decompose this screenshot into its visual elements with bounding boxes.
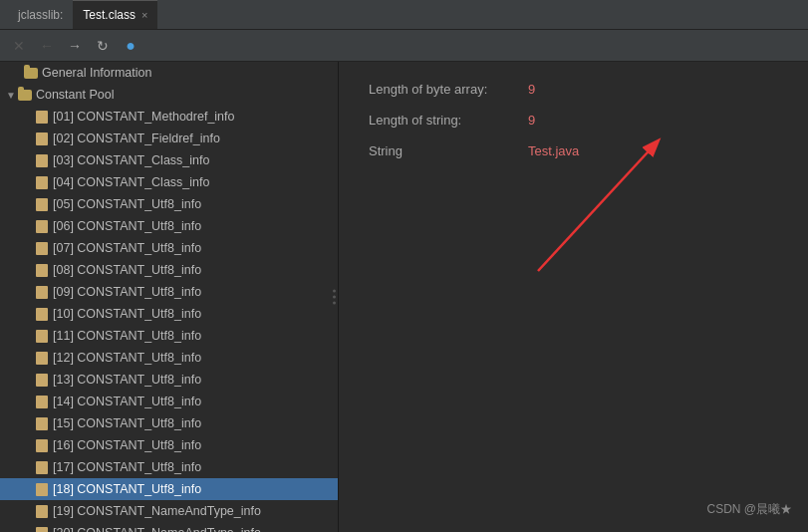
byte-array-label: Length of byte array: xyxy=(369,82,528,97)
tree-label-20: [20] CONSTANT_NameAndType_info xyxy=(53,526,261,532)
constant-pool-label: Constant Pool xyxy=(36,88,115,102)
string-length-row: Length of string: 9 xyxy=(369,113,778,128)
tree-label-11: [11] CONSTANT_Utf8_info xyxy=(53,329,201,343)
tree-label-09: [09] CONSTANT_Utf8_info xyxy=(53,285,201,299)
watermark: CSDN @晨曦★ xyxy=(706,501,792,518)
file-icon-04 xyxy=(36,176,48,189)
file-icon-05 xyxy=(36,198,48,211)
byte-array-value: 9 xyxy=(528,82,535,97)
file-icon-02 xyxy=(36,133,48,145)
main-layout: General Information ▼ Constant Pool [01]… xyxy=(0,62,808,532)
app-name: jclasslib: xyxy=(18,8,63,22)
forward-button[interactable]: → xyxy=(64,35,86,57)
tree-item-12[interactable]: [12] CONSTANT_Utf8_info xyxy=(0,347,338,369)
tree-label-01: [01] CONSTANT_Methodref_info xyxy=(53,110,234,124)
tree-label-03: [03] CONSTANT_Class_info xyxy=(53,153,209,167)
string-row: String Test.java xyxy=(369,143,778,158)
general-info-label: General Information xyxy=(42,66,151,80)
tree-label-10: [10] CONSTANT_Utf8_info xyxy=(53,307,201,321)
toolbar: ✕ ← → ↻ ● xyxy=(0,30,808,62)
back-button[interactable]: ← xyxy=(36,35,58,57)
tree-item-15[interactable]: [15] CONSTANT_Utf8_info xyxy=(0,412,338,434)
tree-item-20[interactable]: [20] CONSTANT_NameAndType_info xyxy=(0,522,338,532)
tree-label-18: [18] CONSTANT_Utf8_info xyxy=(53,482,201,496)
svg-line-1 xyxy=(538,141,658,271)
forward-icon: → xyxy=(68,38,82,54)
tree-item-13[interactable]: [13] CONSTANT_Utf8_info xyxy=(0,369,338,391)
close-button[interactable]: ✕ xyxy=(8,35,30,57)
tree-item-general-info[interactable]: General Information xyxy=(0,62,338,84)
tree-item-14[interactable]: [14] CONSTANT_Utf8_info xyxy=(0,391,338,412)
tree-item-11[interactable]: [11] CONSTANT_Utf8_info xyxy=(0,325,338,347)
file-icon-03 xyxy=(36,154,48,167)
file-icon-14 xyxy=(36,396,48,408)
tree-label-04: [04] CONSTANT_Class_info xyxy=(53,175,209,189)
tree-item-04[interactable]: [04] CONSTANT_Class_info xyxy=(0,171,338,193)
tree-label-02: [02] CONSTANT_Fieldref_info xyxy=(53,132,220,145)
open-icon: ● xyxy=(126,37,135,55)
file-icon-07 xyxy=(36,242,48,255)
file-icon-15 xyxy=(36,417,48,430)
file-icon-17 xyxy=(36,461,48,474)
file-icon-20 xyxy=(36,527,48,533)
refresh-icon: ↻ xyxy=(97,38,109,54)
tree-item-01[interactable]: [01] CONSTANT_Methodref_info xyxy=(0,106,338,128)
tree-label-13: [13] CONSTANT_Utf8_info xyxy=(53,373,201,387)
file-icon-10 xyxy=(36,308,48,321)
tree-item-10[interactable]: [10] CONSTANT_Utf8_info xyxy=(0,303,338,325)
tree-label-06: [06] CONSTANT_Utf8_info xyxy=(53,219,201,233)
tab-close-icon[interactable]: × xyxy=(141,9,147,21)
tree-item-constant-pool[interactable]: ▼ Constant Pool xyxy=(0,84,338,106)
folder-icon-constant-pool xyxy=(18,90,32,101)
tree-label-15: [15] CONSTANT_Utf8_info xyxy=(53,416,201,430)
tree-label-12: [12] CONSTANT_Utf8_info xyxy=(53,351,201,365)
file-icon-08 xyxy=(36,264,48,277)
tree-item-16[interactable]: [16] CONSTANT_Utf8_info xyxy=(0,434,338,456)
file-icon-18 xyxy=(36,483,48,496)
string-value: Test.java xyxy=(528,143,579,158)
tree-item-06[interactable]: [06] CONSTANT_Utf8_info xyxy=(0,215,338,237)
folder-icon-general xyxy=(24,68,38,79)
tree-panel: General Information ▼ Constant Pool [01]… xyxy=(0,62,339,532)
tree-item-02[interactable]: [02] CONSTANT_Fieldref_info xyxy=(0,128,338,149)
file-icon-12 xyxy=(36,352,48,365)
open-button[interactable]: ● xyxy=(120,35,141,57)
tree-item-08[interactable]: [08] CONSTANT_Utf8_info xyxy=(0,259,338,281)
file-icon-19 xyxy=(36,505,48,518)
tree-children: [01] CONSTANT_Methodref_info[02] CONSTAN… xyxy=(0,106,338,532)
tree-item-05[interactable]: [05] CONSTANT_Utf8_info xyxy=(0,193,338,215)
file-icon-11 xyxy=(36,330,48,343)
tree-item-17[interactable]: [17] CONSTANT_Utf8_info xyxy=(0,456,338,478)
tree-label-16: [16] CONSTANT_Utf8_info xyxy=(53,438,201,452)
tab-label: Test.class xyxy=(83,8,135,22)
string-label: String xyxy=(369,143,528,158)
file-icon-06 xyxy=(36,220,48,233)
resize-handle[interactable] xyxy=(330,286,339,309)
tree-label-07: [07] CONSTANT_Utf8_info xyxy=(53,241,201,255)
back-icon: ← xyxy=(40,38,54,54)
file-icon-01 xyxy=(36,111,48,124)
tree-label-17: [17] CONSTANT_Utf8_info xyxy=(53,460,201,474)
tree-label-19: [19] CONSTANT_NameAndType_info xyxy=(53,504,261,518)
tree-label-08: [08] CONSTANT_Utf8_info xyxy=(53,263,201,277)
file-icon-16 xyxy=(36,439,48,452)
string-length-value: 9 xyxy=(528,113,535,128)
tree-item-19[interactable]: [19] CONSTANT_NameAndType_info xyxy=(0,500,338,522)
tree-item-09[interactable]: [09] CONSTANT_Utf8_info xyxy=(0,281,338,303)
expand-arrow: ▼ xyxy=(6,90,16,101)
tab-jclasslib[interactable]: jclasslib: xyxy=(8,0,73,29)
title-bar: jclasslib: Test.class × xyxy=(0,0,808,30)
right-panel: Length of byte array: 9 Length of string… xyxy=(339,62,808,532)
close-icon: ✕ xyxy=(13,38,25,54)
file-icon-09 xyxy=(36,286,48,299)
tab-testclass[interactable]: Test.class × xyxy=(73,0,157,29)
tree-label-14: [14] CONSTANT_Utf8_info xyxy=(53,395,201,408)
left-panel-wrapper: General Information ▼ Constant Pool [01]… xyxy=(0,62,339,532)
refresh-button[interactable]: ↻ xyxy=(92,35,114,57)
tree-item-07[interactable]: [07] CONSTANT_Utf8_info xyxy=(0,237,338,259)
string-length-label: Length of string: xyxy=(369,113,528,128)
tree-item-03[interactable]: [03] CONSTANT_Class_info xyxy=(0,149,338,171)
tree-item-18[interactable]: [18] CONSTANT_Utf8_info xyxy=(0,478,338,500)
byte-array-row: Length of byte array: 9 xyxy=(369,82,778,97)
tree-label-05: [05] CONSTANT_Utf8_info xyxy=(53,197,201,211)
